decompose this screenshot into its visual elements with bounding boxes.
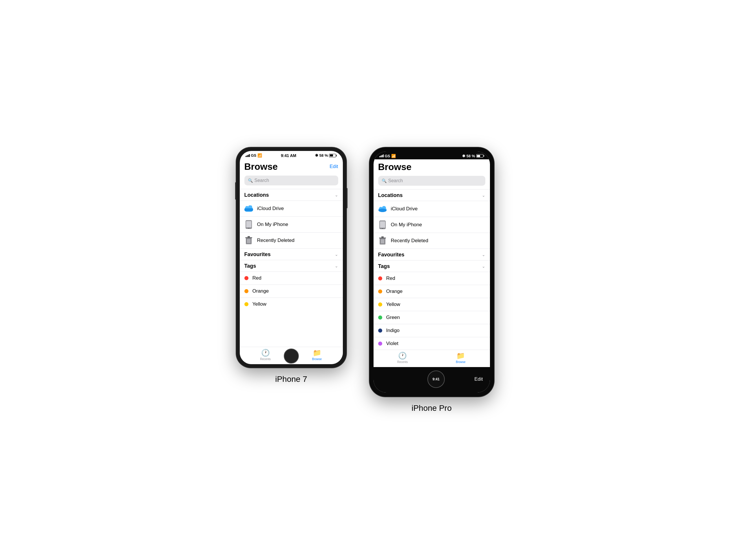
pro-carrier-label: GS	[385, 154, 390, 158]
svg-rect-22	[379, 238, 386, 238]
search-icon: 🔍	[248, 178, 253, 183]
svg-rect-6	[246, 221, 251, 227]
iphonepro-status-right: ✱ 58 %	[462, 154, 484, 158]
iphone7-tags-title: Tags	[245, 263, 256, 269]
signal-bar-4	[249, 154, 250, 157]
status-bar-right: ✱ 58 %	[315, 153, 337, 158]
iphone7-edit-button[interactable]: Edit	[330, 161, 338, 169]
iphonepro-favourites-header[interactable]: Favourites ⌄	[373, 249, 490, 260]
iphone7-recentlydeleted-label: Recently Deleted	[257, 238, 295, 243]
battery-tip	[336, 155, 337, 156]
pro-battery-body	[476, 154, 483, 158]
iphonepro-tab-recents[interactable]: 🕐 Recents	[373, 352, 432, 364]
iphone7-scroll-content[interactable]: Browse Edit 🔍 Search Locations ⌄	[240, 159, 343, 347]
pro-recents-tab-icon: 🕐	[398, 352, 407, 360]
iphone7-onmyiphone-item[interactable]: On My iPhone	[240, 216, 343, 232]
iphone7-tab-browse[interactable]: 📁 Browse	[291, 349, 343, 361]
iphone7-tag-yellow[interactable]: Yellow	[240, 298, 343, 311]
iphone7-tags-header[interactable]: Tags ⌄	[240, 260, 343, 271]
pro-signal-bar-1	[379, 156, 380, 157]
trash-svg	[245, 236, 252, 245]
iphonepro-recentlydeleted-item[interactable]: Recently Deleted	[373, 233, 490, 249]
iphone7-locations-title: Locations	[245, 192, 269, 198]
signal-bar-2	[247, 155, 248, 157]
iphonepro-tag-yellow[interactable]: Yellow	[373, 298, 490, 311]
pro-tags-chevron-icon: ⌄	[482, 264, 485, 269]
signal-bar-3	[248, 155, 249, 157]
iphonepro-tags-header[interactable]: Tags ⌄	[373, 260, 490, 272]
pro-on-my-iphone-icon	[378, 220, 387, 229]
phone-svg	[245, 220, 252, 229]
iphone7-tag-red[interactable]: Red	[240, 271, 343, 284]
battery-icon	[329, 154, 337, 157]
pro-browse-tab-icon: 📁	[456, 352, 465, 360]
iphonepro-search-container: 🔍 Search	[373, 174, 490, 189]
pro-tag-dot-green	[378, 315, 382, 320]
iphonepro-tag-red[interactable]: Red	[373, 272, 490, 285]
iphonepro-onmyiphone-item[interactable]: On My iPhone	[373, 217, 490, 233]
iphone7-recentlydeleted-item[interactable]: Recently Deleted	[240, 232, 343, 248]
status-bar-left: GS 📶	[246, 153, 262, 158]
iphonepro-tab-browse[interactable]: 📁 Browse	[432, 352, 490, 364]
iphone7-label: iPhone 7	[275, 375, 307, 384]
iphone7-locations-header[interactable]: Locations ⌄	[240, 189, 343, 200]
tags-chevron-icon: ⌄	[335, 264, 338, 268]
iphone7-home-button[interactable]	[284, 349, 299, 364]
favourites-chevron-icon: ⌄	[335, 252, 338, 257]
icloud-svg	[245, 205, 253, 212]
recents-tab-icon: 🕐	[261, 349, 270, 357]
iphone7-tag-red-label: Red	[253, 275, 262, 281]
svg-rect-10	[248, 236, 250, 237]
iphone7-wrapper: GS 📶 9:41 AM ✱ 58 %	[236, 147, 346, 384]
pro-favourites-chevron-icon: ⌄	[482, 252, 485, 257]
pro-phone-svg	[379, 220, 386, 229]
iphone7-screen: GS 📶 9:41 AM ✱ 58 %	[240, 151, 343, 364]
iphonepro-tag-orange[interactable]: Orange	[373, 285, 490, 298]
iphonepro-status-bar: GS 📶 ✱ 58 %	[373, 152, 490, 159]
svg-rect-19	[380, 221, 385, 228]
iphone7-tag-orange[interactable]: Orange	[240, 284, 343, 298]
iphonepro-tag-indigo[interactable]: Indigo	[373, 324, 490, 337]
iphonepro-tag-violet[interactable]: Violet	[373, 337, 490, 350]
iphone7-search-bar[interactable]: 🔍 Search	[245, 176, 338, 185]
iphonepro-icloud-label: iCloud Drive	[391, 206, 418, 212]
pro-wifi-icon: 📶	[391, 154, 396, 158]
iphonepro-locations-header[interactable]: Locations ⌄	[373, 189, 490, 201]
svg-rect-23	[381, 236, 384, 238]
iphonepro-tag-green-label: Green	[386, 315, 400, 320]
pro-locations-chevron-icon: ⌄	[482, 193, 485, 198]
signal-bars	[246, 154, 250, 157]
pro-battery-label: 58 %	[466, 154, 475, 158]
pro-battery-tip	[483, 155, 484, 157]
iphonepro-scroll-content[interactable]: Browse 🔍 Search Locations ⌄	[373, 159, 490, 350]
iphonepro-app-header: Browse	[373, 159, 490, 174]
iphonepro-onmyiphone-label: On My iPhone	[391, 222, 422, 228]
iphonepro-edit-button[interactable]: Edit	[474, 376, 483, 382]
iphonepro-favourites-title: Favourites	[378, 252, 404, 258]
iphone7-icloud-item[interactable]: iCloud Drive	[240, 200, 343, 216]
iphone7-recents-label: Recents	[260, 357, 271, 361]
battery-body	[329, 154, 336, 157]
trash-icon	[245, 236, 253, 245]
iphonepro-locations-title: Locations	[378, 192, 403, 198]
pro-tag-dot-yellow	[378, 302, 382, 307]
iphonepro-tag-green[interactable]: Green	[373, 311, 490, 324]
svg-point-17	[378, 209, 386, 212]
pro-signal-bar-2	[380, 156, 381, 157]
iphone7-app-header: Browse Edit	[240, 159, 343, 174]
iphone7-onmyiphone-label: On My iPhone	[257, 222, 289, 227]
iphone7-browse-title: Browse	[245, 161, 278, 172]
iphonepro-tag-yellow-label: Yellow	[386, 302, 400, 307]
iphonepro-signal-bars	[379, 154, 384, 157]
phones-container: GS 📶 9:41 AM ✱ 58 %	[236, 147, 494, 413]
pro-icloud-svg	[378, 206, 387, 212]
bluetooth-icon: ✱	[315, 153, 318, 158]
pro-bluetooth-icon: ✱	[462, 154, 465, 158]
iphone7-body: GS 📶 9:41 AM ✱ 58 %	[236, 147, 346, 368]
iphone7-favourites-header[interactable]: Favourites ⌄	[240, 248, 343, 260]
svg-rect-4	[245, 208, 253, 211]
pro-icloud-drive-icon	[378, 205, 387, 213]
locations-chevron-icon: ⌄	[335, 193, 338, 197]
iphonepro-icloud-item[interactable]: iCloud Drive	[373, 201, 490, 217]
iphonepro-search-bar[interactable]: 🔍 Search	[378, 176, 485, 186]
